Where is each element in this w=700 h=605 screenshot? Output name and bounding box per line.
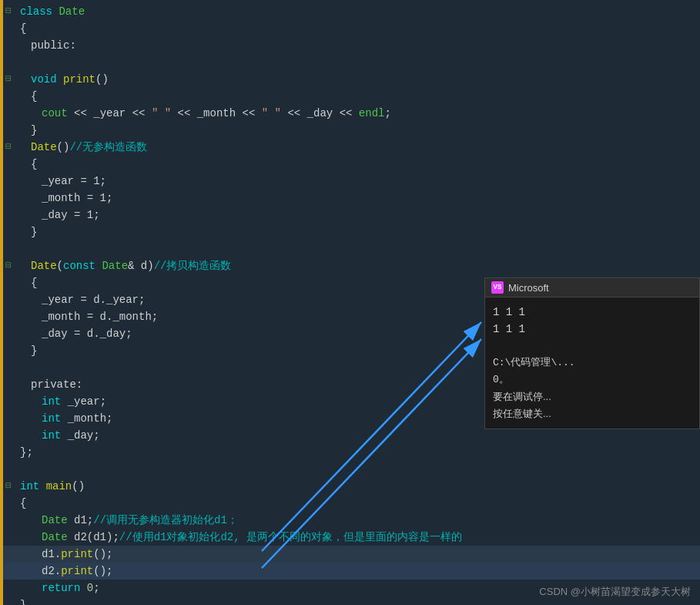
line-content: int main(): [17, 478, 700, 495]
code-line: _day = 1;: [0, 207, 700, 224]
console-icon: VS: [491, 281, 504, 294]
line-content: [17, 461, 700, 478]
code-line: [0, 240, 700, 257]
line-content: {: [17, 495, 700, 512]
code-editor: ⊟ class Date { public: ⊟ void print(): [0, 0, 700, 605]
code-line: {: [0, 156, 700, 173]
line-content: Date()//无参构造函数: [28, 139, 700, 156]
line-content: d1.print();: [39, 546, 700, 563]
line-content: }: [28, 122, 700, 139]
line-content: Date d1;//调用无参构造器初始化d1；: [39, 512, 700, 529]
code-line: ⊟ Date(const Date& d)//拷贝构造函数: [0, 257, 700, 274]
line-content: int _day;: [39, 427, 700, 444]
output-blank: [493, 338, 692, 355]
line-content: {: [28, 156, 700, 173]
console-icon-text: VS: [494, 284, 502, 291]
code-line: {: [0, 88, 700, 105]
console-body: 1 1 1 1 1 1 C:\代码管理\... 0。 要在调试停... 按任意键…: [485, 297, 699, 429]
left-gutter-bar: [0, 0, 3, 605]
code-line: [0, 54, 700, 71]
code-line: ⊟ Date()//无参构造函数: [0, 139, 700, 156]
line-content: {: [17, 20, 700, 37]
code-line-highlighted2: d2.print();: [0, 563, 700, 580]
output-path: C:\代码管理\...: [493, 355, 692, 371]
line-content: d2.print();: [39, 563, 700, 580]
code-line: _month = 1;: [0, 190, 700, 207]
console-title: Microsoft: [508, 282, 549, 294]
code-line: _year = 1;: [0, 173, 700, 190]
code-line: }: [0, 122, 700, 139]
code-line: ⊟ void print(): [0, 71, 700, 88]
line-content: public:: [28, 37, 700, 54]
output-exit: 0。: [493, 371, 692, 388]
line-content: class Date: [17, 3, 700, 20]
line-content: [17, 54, 700, 71]
output-line-1: 1 1 1: [493, 304, 692, 321]
code-line: ⊟ class Date: [0, 3, 700, 20]
line-content: }: [28, 224, 700, 240]
output-info1: 要在调试停...: [493, 388, 692, 405]
code-line: {: [0, 495, 700, 512]
code-line: {: [0, 20, 700, 37]
line-content: Date d2(d1);//使用d1对象初始化d2, 是两个不同的对象，但是里面…: [39, 529, 700, 546]
code-line: Date d2(d1);//使用d1对象初始化d2, 是两个不同的对象，但是里面…: [0, 529, 700, 546]
line-content: _day = 1;: [39, 207, 700, 224]
line-content: void print(): [28, 71, 700, 88]
code-line-highlighted: d1.print();: [0, 546, 700, 563]
line-content: [17, 240, 700, 257]
console-title-bar: VS Microsoft: [485, 278, 699, 297]
watermark: CSDN @小树苗渴望变成参天大树: [539, 585, 691, 599]
line-content: };: [17, 444, 700, 461]
code-line: [0, 461, 700, 478]
line-content: _month = 1;: [39, 190, 700, 207]
line-content: cout << _year << " " << _month << " " <<…: [39, 105, 700, 122]
code-line: ⊟ int main(): [0, 478, 700, 495]
output-info2: 按任意键关...: [493, 405, 692, 422]
code-line: cout << _year << " " << _month << " " <<…: [0, 105, 700, 122]
console-popup: VS Microsoft 1 1 1 1 1 1 C:\代码管理\... 0。 …: [484, 277, 700, 429]
code-line: }: [0, 224, 700, 240]
line-content: Date(const Date& d)//拷贝构造函数: [28, 257, 700, 274]
output-line-2: 1 1 1: [493, 321, 692, 338]
code-line: public:: [0, 37, 700, 54]
code-line: };: [0, 444, 700, 461]
line-content: _year = 1;: [39, 173, 700, 190]
code-line: Date d1;//调用无参构造器初始化d1；: [0, 512, 700, 529]
line-content: {: [28, 88, 700, 105]
code-line: int _day;: [0, 427, 700, 444]
